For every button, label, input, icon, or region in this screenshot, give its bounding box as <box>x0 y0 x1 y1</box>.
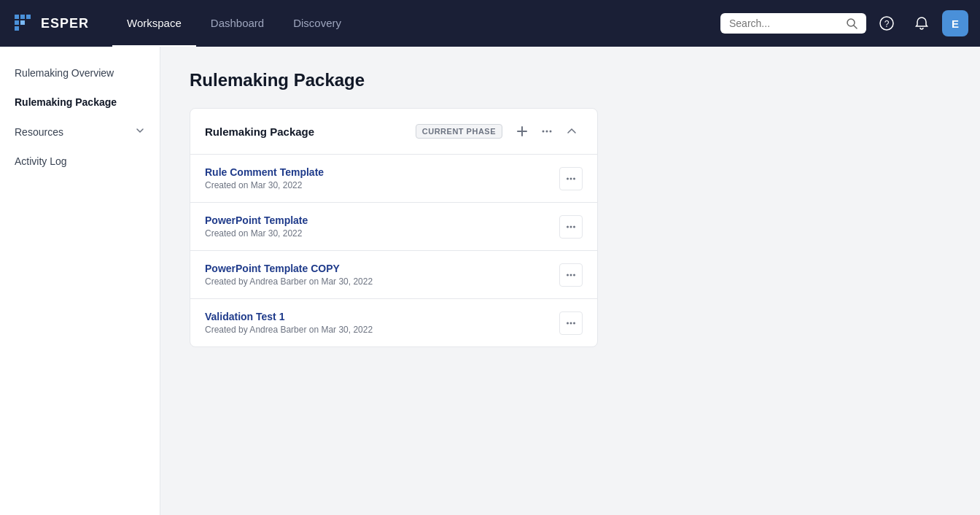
esper-logo-icon <box>12 12 35 35</box>
svg-point-16 <box>570 177 572 179</box>
list-item: PowerPoint Template COPY Created by Andr… <box>190 251 597 299</box>
list-item-meta: Created on Mar 30, 2022 <box>205 228 559 239</box>
svg-point-14 <box>550 131 552 133</box>
list-item-meta: Created by Andrea Barber on Mar 30, 2022 <box>205 325 559 335</box>
svg-text:?: ? <box>884 19 890 29</box>
page-title: Rulemaking Package <box>190 70 951 90</box>
list-item-meta: Created by Andrea Barber on Mar 30, 2022 <box>205 276 559 287</box>
sidebar-item-activity-log[interactable]: Activity Log <box>0 147 160 176</box>
main-layout: Rulemaking Overview Rulemaking Package R… <box>0 47 980 515</box>
rulemaking-package-card: Rulemaking Package CURRENT PHASE <box>190 108 598 347</box>
svg-point-17 <box>573 177 575 179</box>
svg-point-21 <box>567 274 569 276</box>
svg-rect-5 <box>20 20 25 25</box>
svg-point-22 <box>570 274 572 276</box>
svg-rect-2 <box>26 15 31 19</box>
svg-rect-4 <box>15 26 19 31</box>
list-item-title[interactable]: Validation Test 1 <box>205 311 559 322</box>
list-item-content: Validation Test 1 Created by Andrea Barb… <box>205 311 559 335</box>
list-item-more-button[interactable] <box>559 167 583 190</box>
nav-dashboard[interactable]: Dashboard <box>196 0 279 47</box>
card-header: Rulemaking Package CURRENT PHASE <box>190 109 597 155</box>
svg-point-26 <box>573 322 575 324</box>
list-item-more-button[interactable] <box>559 311 583 335</box>
svg-point-13 <box>546 131 548 133</box>
svg-rect-1 <box>20 15 25 19</box>
svg-point-12 <box>542 131 545 133</box>
list-item-more-button[interactable] <box>559 263 583 287</box>
more-options-button[interactable] <box>536 120 558 142</box>
nav-workspace[interactable]: Workspace <box>112 0 196 47</box>
list-item-content: PowerPoint Template Created on Mar 30, 2… <box>205 214 559 239</box>
list-item-content: Rule Comment Template Created on Mar 30,… <box>205 166 559 190</box>
brand-name: ESPER <box>41 16 89 31</box>
search-icon <box>846 18 858 29</box>
list-item-more-button[interactable] <box>559 215 583 239</box>
logo-area[interactable]: ESPER <box>12 12 89 35</box>
collapse-button[interactable] <box>561 120 583 142</box>
svg-point-25 <box>570 322 572 324</box>
svg-line-7 <box>854 26 857 28</box>
notifications-button[interactable] <box>907 9 936 38</box>
add-button[interactable] <box>511 120 533 142</box>
sidebar: Rulemaking Overview Rulemaking Package R… <box>0 47 160 515</box>
svg-rect-3 <box>15 20 19 25</box>
help-button[interactable]: ? <box>872 9 901 38</box>
list-item: Validation Test 1 Created by Andrea Barb… <box>190 299 597 346</box>
nav-right: ? E <box>720 9 968 38</box>
list-item-meta: Created on Mar 30, 2022 <box>205 180 559 190</box>
phase-badge: CURRENT PHASE <box>416 124 502 139</box>
list-item-content: PowerPoint Template COPY Created by Andr… <box>205 263 559 287</box>
sidebar-item-resources[interactable]: Resources <box>0 117 160 147</box>
svg-point-15 <box>567 177 569 179</box>
sidebar-item-rulemaking-package[interactable]: Rulemaking Package <box>0 88 160 117</box>
svg-point-23 <box>573 274 575 276</box>
search-box[interactable] <box>720 13 866 34</box>
main-content: Rulemaking Package Rulemaking Package CU… <box>160 47 980 515</box>
svg-point-24 <box>567 322 569 324</box>
search-input[interactable] <box>729 18 840 29</box>
svg-rect-0 <box>15 15 19 19</box>
chevron-down-icon <box>135 125 145 138</box>
nav-links: Workspace Dashboard Discovery <box>112 0 720 47</box>
nav-discovery[interactable]: Discovery <box>279 0 356 47</box>
list-item: PowerPoint Template Created on Mar 30, 2… <box>190 203 597 251</box>
card-title: Rulemaking Package <box>205 125 407 138</box>
user-avatar[interactable]: E <box>942 10 968 36</box>
card-header-actions <box>511 120 583 142</box>
svg-point-18 <box>567 225 569 228</box>
list-item: Rule Comment Template Created on Mar 30,… <box>190 155 597 203</box>
list-item-title[interactable]: PowerPoint Template <box>205 214 559 226</box>
list-item-title[interactable]: Rule Comment Template <box>205 166 559 178</box>
sidebar-item-rulemaking-overview[interactable]: Rulemaking Overview <box>0 58 160 88</box>
svg-point-19 <box>570 225 572 228</box>
list-item-title[interactable]: PowerPoint Template COPY <box>205 263 559 274</box>
top-navigation: ESPER Workspace Dashboard Discovery ? <box>0 0 980 47</box>
svg-point-20 <box>573 225 575 228</box>
